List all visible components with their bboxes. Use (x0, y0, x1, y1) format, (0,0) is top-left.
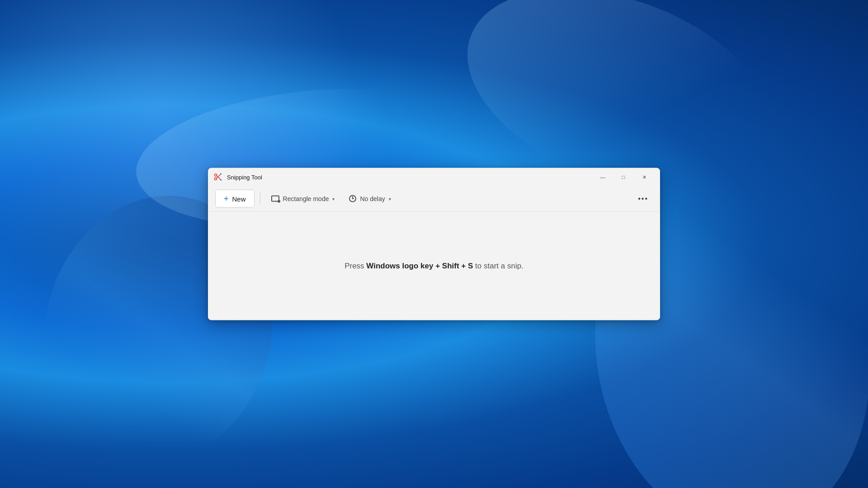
more-options-button[interactable]: ••• (633, 190, 653, 208)
delay-chevron-icon: ▾ (389, 196, 391, 201)
new-button-label: New (232, 195, 246, 202)
toolbar: + New Rectangle mode ▾ No delay ▾ ••• (208, 186, 660, 212)
rectangle-mode-label: Rectangle mode (283, 195, 329, 202)
new-button[interactable]: + New (215, 190, 255, 208)
close-button[interactable]: ✕ (634, 170, 655, 184)
delay-button[interactable]: No delay ▾ (344, 190, 396, 208)
svg-point-4 (220, 179, 222, 181)
delay-label: No delay (360, 195, 385, 202)
maximize-button[interactable]: □ (613, 170, 634, 184)
rectangle-mode-button[interactable]: Rectangle mode ▾ (266, 190, 340, 208)
snipping-tool-window: Snipping Tool — □ ✕ + New Rectangle mode… (208, 168, 660, 320)
clock-icon (349, 195, 356, 202)
hint-text: Press Windows logo key + Shift + S to st… (344, 262, 524, 271)
plus-icon: + (224, 195, 229, 203)
more-options-label: ••• (638, 195, 648, 203)
hint-prefix: Press (344, 262, 366, 270)
chevron-down-icon: ▾ (332, 196, 335, 201)
minimize-button[interactable]: — (592, 170, 613, 184)
rectangle-mode-icon (271, 196, 279, 202)
content-area: Press Windows logo key + Shift + S to st… (208, 212, 660, 320)
svg-point-5 (220, 173, 222, 174)
hint-suffix: to start a snip. (473, 262, 524, 270)
hint-keys: Windows logo key + Shift + S (366, 262, 473, 270)
scissors-icon (213, 173, 222, 182)
title-bar-left: Snipping Tool (213, 173, 262, 182)
window-controls: — □ ✕ (592, 170, 655, 184)
title-bar: Snipping Tool — □ ✕ (208, 168, 660, 186)
window-title: Snipping Tool (227, 174, 262, 180)
toolbar-separator (260, 192, 260, 205)
